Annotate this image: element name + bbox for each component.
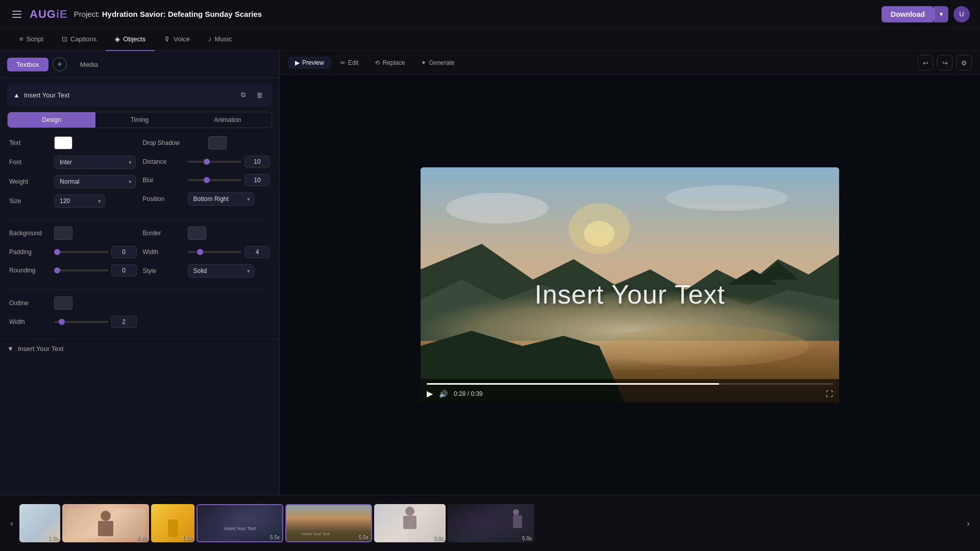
border-width-label: Width <box>143 248 184 256</box>
weight-select[interactable]: Normal Bold Light <box>54 175 136 188</box>
preview-tab-edit[interactable]: ✏ Edit <box>333 57 366 69</box>
video-progress-bar[interactable] <box>427 383 833 385</box>
edit-icon: ✏ <box>340 59 346 66</box>
redo-button[interactable]: ↪ <box>937 55 952 70</box>
timeline-clip-7[interactable]: 5.0s <box>448 504 534 542</box>
preview-toolbar: ▶ Preview ✏ Edit ⟲ Replace ✦ Generate ↩ <box>280 51 980 75</box>
weight-row: Weight Normal Bold Light <box>9 175 137 188</box>
undo-button[interactable]: ↩ <box>918 55 933 70</box>
border-row: Border <box>143 227 271 240</box>
rounding-slider[interactable] <box>54 269 108 271</box>
timeline-next-button[interactable]: › <box>961 519 976 528</box>
nav-tab-script[interactable]: ≡ Script <box>10 29 53 51</box>
rounding-value[interactable] <box>111 264 137 277</box>
top-bar-right: Download ▾ U <box>881 6 970 22</box>
clip-duration-2: 6.4s <box>137 536 146 541</box>
sub-tab-timing[interactable]: Timing <box>95 112 183 128</box>
outline-color-swatch[interactable] <box>54 296 72 310</box>
textbox-item-2[interactable]: ▼ Insert Your Text <box>0 339 279 358</box>
preview-tab-replace[interactable]: ⟲ Replace <box>368 57 412 69</box>
textbox-section: ▲ Insert Your Text ⧉ 🗑 Design Timing Ani… <box>0 78 279 339</box>
svg-point-7 <box>604 325 808 366</box>
sub-tab-animation[interactable]: Animation <box>184 112 272 128</box>
outline-width-value[interactable] <box>111 316 137 328</box>
font-row: Font Inter Arial Roboto <box>9 156 137 169</box>
panel-tab-textbox[interactable]: Textbox <box>7 58 48 71</box>
settings-button[interactable]: ⚙ <box>957 55 972 70</box>
add-object-button[interactable]: + <box>53 57 67 71</box>
distance-slider[interactable] <box>188 161 242 163</box>
objects-icon: ◈ <box>115 35 120 43</box>
distance-value[interactable] <box>244 156 270 168</box>
timeline-clip-6[interactable]: 3.8s <box>374 504 446 542</box>
size-select-wrapper: 120 80 100 140 <box>54 194 105 208</box>
padding-value[interactable] <box>111 246 137 258</box>
timeline-clip-4[interactable]: Insert Your Text 5.5s <box>197 504 283 542</box>
music-icon: ♪ <box>208 35 212 43</box>
border-style-select[interactable]: Solid Dashed Dotted None <box>188 264 254 278</box>
timeline-clip-3[interactable]: 1.5s <box>151 504 194 542</box>
text-settings-col: Text Font Inter Arial Roboto <box>9 136 137 214</box>
copy-button[interactable]: ⧉ <box>236 88 250 102</box>
preview-tab-preview[interactable]: ▶ Preview <box>288 57 331 69</box>
timeline-clip-2[interactable]: 6.4s <box>62 504 149 542</box>
video-overlay-text: Insert Your Text <box>534 279 725 310</box>
drop-shadow-col: Drop Shadow Distance <box>143 136 271 214</box>
timeline-clip-5[interactable]: Insert Your Text 5.5s <box>285 504 372 542</box>
fullscreen-button[interactable]: ⛶ <box>826 390 833 398</box>
textbox-item-1[interactable]: ▲ Insert Your Text ⧉ 🗑 <box>7 83 272 107</box>
nav-tab-captions[interactable]: ⊡ Captions <box>53 29 106 51</box>
size-select[interactable]: 120 80 100 140 <box>54 194 105 208</box>
replace-icon: ⟲ <box>375 59 380 66</box>
border-width-slider[interactable] <box>188 251 242 253</box>
padding-slider[interactable] <box>54 251 108 253</box>
sub-tab-design[interactable]: Design <box>8 112 95 128</box>
volume-button[interactable]: 🔊 <box>439 390 448 398</box>
size-row: Size 120 80 100 140 <box>9 194 137 208</box>
nav-tab-voice[interactable]: 🎙 Voice <box>155 29 199 51</box>
generate-icon: ✦ <box>421 59 426 66</box>
blur-slider[interactable] <box>188 179 242 181</box>
project-title: Project: Hydration Savior: Defeating Sun… <box>74 10 262 18</box>
download-dropdown-arrow[interactable]: ▾ <box>934 6 948 22</box>
main-area: Textbox + Media ▲ Insert Your Text ⧉ 🗑 <box>0 51 980 495</box>
download-button-wrap: Download ▾ <box>881 6 948 22</box>
chevron-up-icon: ▲ <box>13 91 20 99</box>
background-color-swatch[interactable] <box>54 227 72 240</box>
outline-width-slider[interactable] <box>54 321 108 323</box>
drop-shadow-color-swatch[interactable] <box>208 136 227 149</box>
distance-label: Distance <box>143 158 184 165</box>
delete-button[interactable]: 🗑 <box>253 88 266 102</box>
timeline-prev-button[interactable]: ‹ <box>4 519 19 528</box>
download-button[interactable]: Download <box>881 6 934 22</box>
nav-tab-objects[interactable]: ◈ Objects <box>106 29 155 51</box>
font-select[interactable]: Inter Arial Roboto <box>54 156 136 169</box>
right-panel: ▶ Preview ✏ Edit ⟲ Replace ✦ Generate ↩ <box>280 51 980 495</box>
hamburger-menu[interactable] <box>10 9 23 20</box>
divider-1 <box>9 220 270 220</box>
preview-play-icon: ▶ <box>295 59 300 66</box>
position-select[interactable]: Bottom Right Top Left Top Right Bottom L… <box>188 192 254 206</box>
border-color-swatch[interactable] <box>188 227 206 240</box>
preview-tab-generate[interactable]: ✦ Generate <box>414 57 461 69</box>
panel-tab-media[interactable]: Media <box>71 58 107 71</box>
design-section: Text Font Inter Arial Roboto <box>7 136 272 334</box>
preview-toolbar-right: ↩ ↪ ⚙ <box>918 55 972 70</box>
top-bar: AUGiE Project: Hydration Savior: Defeati… <box>0 0 980 29</box>
avatar[interactable]: U <box>953 6 970 22</box>
svg-point-11 <box>666 185 788 211</box>
text-color-swatch[interactable] <box>54 136 72 149</box>
border-width-value[interactable] <box>244 246 270 258</box>
blur-label: Blur <box>143 177 184 184</box>
outline-label: Outline <box>9 299 50 307</box>
text-label: Text <box>9 139 50 146</box>
nav-tabs: ≡ Script ⊡ Captions ◈ Objects 🎙 Voice ♪ … <box>0 29 980 51</box>
play-button[interactable]: ▶ <box>427 389 433 398</box>
timeline-clip-1[interactable]: 1.9s <box>19 504 60 542</box>
blur-value[interactable] <box>244 174 270 186</box>
distance-row: Distance <box>143 156 271 168</box>
nav-tab-music[interactable]: ♪ Music <box>199 29 241 51</box>
svg-point-10 <box>446 193 548 223</box>
left-panel: Textbox + Media ▲ Insert Your Text ⧉ 🗑 <box>0 51 280 495</box>
app-logo: AUGiE <box>30 8 68 21</box>
